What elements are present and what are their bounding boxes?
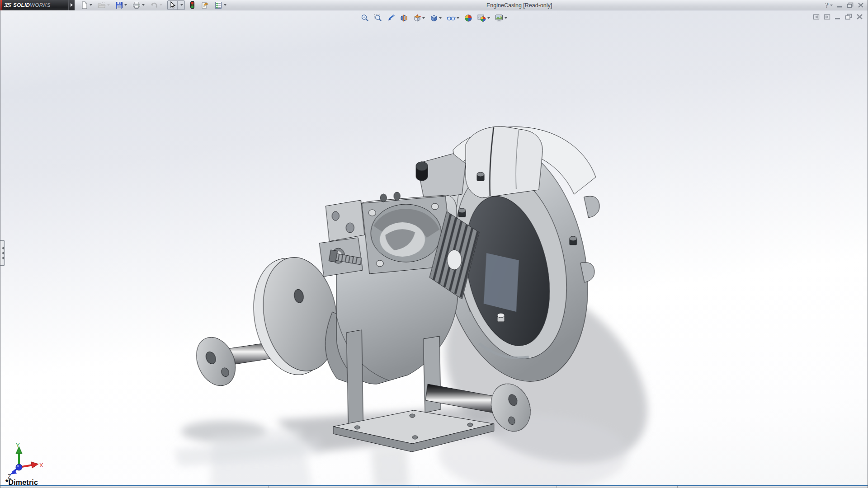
help-icon: ? <box>825 2 829 9</box>
menu-flyout-button[interactable] <box>68 0 75 10</box>
hide-show-items-icon <box>447 14 456 22</box>
hide-show-items-dropdown[interactable] <box>457 17 459 19</box>
collapse-arrow-icon <box>2 252 4 254</box>
print-dropdown-arrow[interactable] <box>142 4 145 6</box>
view-settings-button[interactable] <box>494 14 508 23</box>
zoom-to-fit-button[interactable] <box>360 14 370 23</box>
brand-name-light: WORKS <box>30 2 50 8</box>
traffic-light-icon <box>190 1 195 9</box>
undo-button[interactable] <box>149 0 164 10</box>
collapsed-feature-manager-tab[interactable] <box>0 240 5 266</box>
previous-view-icon <box>387 14 395 22</box>
save-button[interactable] <box>114 0 128 10</box>
collapse-arrow-icon <box>2 247 4 249</box>
restore-document-icon <box>845 14 852 20</box>
view-orientation-button[interactable] <box>412 14 426 23</box>
select-tool-group <box>167 0 185 10</box>
display-style-dropdown[interactable] <box>439 17 442 19</box>
document-window-controls <box>813 14 863 20</box>
restore-button[interactable] <box>847 1 854 9</box>
restore-document-button[interactable] <box>845 14 852 20</box>
undo-icon <box>150 1 158 9</box>
zoom-to-area-icon <box>374 14 382 22</box>
open-document-icon <box>98 1 106 9</box>
new-dropdown-arrow[interactable] <box>90 4 92 6</box>
zoom-to-area-button[interactable] <box>373 14 383 23</box>
flyout-arrow-icon <box>71 3 73 7</box>
reference-triad: Y X Z <box>7 441 43 479</box>
print-icon <box>132 1 141 9</box>
pane-toggle-left-icon <box>813 14 820 20</box>
options-button[interactable] <box>213 0 228 10</box>
save-dropdown-arrow[interactable] <box>124 4 127 6</box>
triad-x-label: X <box>39 462 43 469</box>
section-view-icon <box>400 14 408 22</box>
apply-scene-button[interactable] <box>476 14 491 23</box>
previous-view-button[interactable] <box>386 14 396 23</box>
pane-toggle-right-icon <box>824 14 830 20</box>
help-button[interactable]: ? <box>825 1 833 9</box>
close-document-icon <box>856 14 863 20</box>
edit-appearance-icon <box>464 14 472 22</box>
graphics-area[interactable]: Y X Z *Dimetric <box>0 10 868 485</box>
close-document-button[interactable] <box>856 14 863 20</box>
view-orientation-dropdown[interactable] <box>422 17 425 19</box>
view-orientation-icon <box>413 14 421 22</box>
options-icon <box>214 1 222 9</box>
display-style-icon <box>430 14 438 22</box>
undo-dropdown-arrow[interactable] <box>160 4 162 6</box>
section-view-button[interactable] <box>399 14 409 23</box>
file-properties-icon <box>200 1 209 9</box>
brand-mark: 3S <box>4 1 11 9</box>
restore-icon <box>847 2 854 8</box>
pane-toggle-left-button[interactable] <box>813 14 820 20</box>
document-title: EngineCasing [Read-only] <box>486 2 552 9</box>
close-icon <box>858 2 864 8</box>
print-button[interactable] <box>131 0 146 10</box>
apply-scene-dropdown[interactable] <box>487 17 490 19</box>
rebuild-traffic-light-button[interactable] <box>189 0 196 10</box>
save-icon <box>115 1 123 9</box>
select-tool-dropdown[interactable] <box>177 1 184 9</box>
heads-up-view-toolbar <box>360 14 508 23</box>
minimize-document-icon <box>835 14 841 20</box>
apply-scene-icon <box>477 14 486 22</box>
window-controls: ? <box>825 1 864 9</box>
collapse-arrow-icon <box>2 257 4 259</box>
select-cursor-icon <box>169 1 176 9</box>
open-document-button[interactable] <box>96 0 111 10</box>
edit-appearance-button[interactable] <box>463 14 473 23</box>
help-dropdown-arrow <box>830 5 833 6</box>
view-settings-dropdown[interactable] <box>505 17 507 19</box>
new-document-icon <box>80 1 88 9</box>
minimize-icon <box>837 3 843 8</box>
main-toolbar <box>79 0 228 10</box>
view-orientation-label: *Dimetric <box>5 479 38 485</box>
minimize-button[interactable] <box>837 1 843 9</box>
new-document-button[interactable] <box>79 0 94 10</box>
options-dropdown-arrow[interactable] <box>224 4 226 6</box>
title-bar: 3S SOLIDWORKS <box>0 0 868 10</box>
hide-show-items-button[interactable] <box>446 14 460 23</box>
pane-toggle-right-button[interactable] <box>824 14 830 20</box>
zoom-to-fit-icon <box>361 14 369 22</box>
display-style-button[interactable] <box>429 14 443 23</box>
close-button[interactable] <box>858 1 864 9</box>
brand-name-bold: SOLID <box>13 2 30 8</box>
minimize-document-button[interactable] <box>835 14 841 20</box>
bottom-status-strip <box>0 485 868 488</box>
engine-casing-3d-model[interactable] <box>0 10 868 485</box>
view-settings-icon <box>495 14 504 22</box>
file-properties-button[interactable] <box>199 0 210 10</box>
select-dropdown-arrow <box>180 4 183 6</box>
open-dropdown-arrow[interactable] <box>107 4 110 6</box>
solidworks-logo: 3S SOLIDWORKS <box>0 0 68 10</box>
solidworks-window: 3S SOLIDWORKS <box>0 0 868 488</box>
select-tool-button[interactable] <box>168 1 177 9</box>
